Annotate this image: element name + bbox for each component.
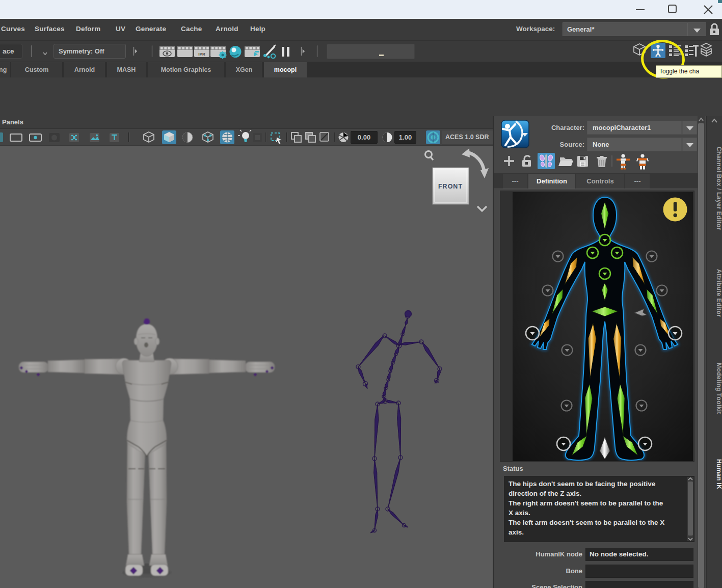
- menu-help[interactable]: Help: [250, 25, 265, 33]
- symmetry-field[interactable]: Symmetry: Off: [54, 44, 126, 59]
- sidebar-tab-attribute-editor[interactable]: Attribute Editor: [707, 255, 722, 331]
- main-area: Panels 0.00 1.00 ACES 1.0 SDR: [0, 116, 722, 588]
- humanik-node-label: HumanIK node: [494, 550, 582, 558]
- tab-definition[interactable]: Definition: [528, 174, 575, 189]
- render-icons[interactable]: IPR: [157, 43, 302, 60]
- scroll-up-icon[interactable]: [687, 477, 693, 481]
- shelf-tab-rigging[interactable]: ng: [0, 62, 10, 77]
- tab-dash-2[interactable]: ---: [625, 174, 650, 189]
- minimize-icon: [636, 9, 645, 10]
- shelf-content-area: [0, 77, 722, 116]
- pin-icon[interactable]: [425, 151, 434, 161]
- status-message-line: The left arm doesn't seem to be parallel…: [509, 518, 694, 527]
- bone-field[interactable]: [585, 565, 693, 578]
- menu-cache[interactable]: Cache: [181, 25, 202, 33]
- humanik-node-field[interactable]: No node selected.: [585, 548, 693, 561]
- character-select[interactable]: mocopiCharacter1: [587, 121, 682, 135]
- maximize-button[interactable]: [661, 0, 684, 19]
- chevron-up-icon[interactable]: [711, 118, 718, 123]
- load-skeleton-definition-icon[interactable]: [558, 157, 573, 166]
- sidebar-tab-humanik[interactable]: Human IK: [707, 446, 722, 502]
- delete-definition-icon[interactable]: [597, 156, 607, 167]
- character-label: Character:: [494, 124, 584, 131]
- chevron-down-icon: [693, 29, 701, 33]
- shelf-tab-xgen[interactable]: XGen: [226, 62, 262, 77]
- edit-definition-icon[interactable]: [538, 153, 555, 169]
- viewcube-menu-chevron[interactable]: [477, 206, 487, 211]
- lock-character-icon[interactable]: [522, 156, 531, 167]
- view-cube[interactable]: FRONT: [425, 148, 489, 211]
- scrollbar-thumb[interactable]: [688, 482, 693, 536]
- scene-selection-label: Scene Selection: [494, 583, 582, 588]
- mocap-skeleton[interactable]: [358, 318, 441, 533]
- scrollbar-thumb[interactable]: [698, 123, 704, 588]
- command-line-field[interactable]: [327, 44, 415, 59]
- shelf-tab-mash[interactable]: MASH: [107, 62, 146, 77]
- viewport-panel[interactable]: Panels 0.00 1.00 ACES 1.0 SDR: [0, 116, 493, 588]
- toolbar-grip[interactable]: [31, 45, 32, 57]
- shelf-tab-mocopi[interactable]: mocopi: [264, 62, 307, 77]
- menu-curves[interactable]: Curves: [1, 25, 25, 33]
- source-label: Source:: [494, 141, 584, 148]
- scroll-down-icon[interactable]: [687, 537, 693, 541]
- status-message-line: direction of the Z axis.: [509, 489, 694, 498]
- source-dropdown-arrow[interactable]: [682, 138, 697, 151]
- shelf-tab-arnold[interactable]: Arnold: [64, 62, 105, 77]
- maya-window: Curves Surfaces Deform UV Generate Cache…: [0, 0, 722, 588]
- humanik-panel: Character: mocopiCharacter1 Source: None…: [493, 116, 706, 588]
- status-scrollbar[interactable]: [687, 477, 693, 541]
- menu-generate[interactable]: Generate: [136, 25, 166, 33]
- mannequin-model[interactable]: [19, 318, 275, 578]
- minimize-button[interactable]: [629, 0, 652, 19]
- exposure-field[interactable]: 0.00: [351, 131, 378, 144]
- selection-mode-field[interactable]: ace: [0, 44, 22, 59]
- add-character-icon[interactable]: [504, 156, 514, 166]
- workspace-select[interactable]: General*: [563, 22, 687, 36]
- menu-arnold[interactable]: Arnold: [216, 25, 238, 33]
- definition-body-view[interactable]: [513, 192, 693, 461]
- status-message-line: X axis.: [509, 508, 694, 518]
- lock-icon[interactable]: [709, 23, 720, 36]
- gamma-field[interactable]: 1.00: [394, 131, 416, 144]
- collapse-section-icon[interactable]: [301, 45, 305, 57]
- menu-deform[interactable]: Deform: [76, 25, 100, 33]
- viewport-menu-panels[interactable]: Panels: [2, 118, 23, 126]
- menu-surfaces[interactable]: Surfaces: [35, 25, 65, 33]
- toolbar-grip[interactable]: [151, 45, 153, 57]
- sidebar-toggle-icons[interactable]: [632, 42, 714, 59]
- tab-dash-1[interactable]: ---: [503, 174, 527, 189]
- panel-scrollbar[interactable]: [698, 116, 705, 588]
- sidebar-tab-modeling-toolkit[interactable]: Modeling Toolkit: [707, 342, 722, 434]
- status-box: The hips don't seem to be facing the pos…: [504, 476, 694, 542]
- viewport-menubar: Panels: [0, 116, 493, 129]
- shelf-tab-motion-graphics[interactable]: Motion Graphics: [148, 62, 224, 77]
- workspace-dropdown-arrow[interactable]: [687, 22, 706, 36]
- skeleton-generator-icon[interactable]: [637, 154, 648, 169]
- viewport-toolbar-icons[interactable]: [0, 129, 493, 146]
- shelf-tab-custom[interactable]: Custom: [11, 62, 62, 77]
- toolbar-grip[interactable]: [316, 45, 318, 57]
- sidebar-toggle-icons: [632, 42, 714, 59]
- bone-label: Bone: [494, 567, 582, 575]
- definition-body-frame: [500, 191, 694, 462]
- status-message-line: axis.: [509, 527, 694, 537]
- colorspace-label[interactable]: ACES 1.0 SDR: [442, 130, 495, 145]
- save-skeleton-definition-icon[interactable]: [577, 156, 588, 167]
- source-select[interactable]: None: [587, 138, 682, 151]
- scroll-up-icon[interactable]: [698, 117, 705, 122]
- close-button[interactable]: [697, 0, 720, 19]
- menu-uv[interactable]: UV: [116, 25, 125, 33]
- mirror-definition-icon[interactable]: [617, 154, 630, 169]
- sidebar-tab-channel-box[interactable]: Channel Box / Layer Editor: [707, 127, 722, 250]
- maximize-icon: [668, 5, 677, 13]
- viewcube-face-label[interactable]: FRONT: [438, 183, 463, 190]
- character-dropdown-arrow[interactable]: [682, 121, 697, 135]
- chevron-down-icon: [686, 143, 693, 147]
- viewport-canvas[interactable]: FRONT: [0, 146, 493, 588]
- status-message-line: The right arm doesn't seem to be paralle…: [509, 498, 694, 508]
- tab-controls[interactable]: Controls: [576, 174, 624, 189]
- scene-selection-field[interactable]: [585, 581, 693, 588]
- collapse-section-icon[interactable]: [133, 45, 138, 57]
- chevron-down-icon[interactable]: [43, 48, 47, 60]
- titlebar: [0, 0, 722, 19]
